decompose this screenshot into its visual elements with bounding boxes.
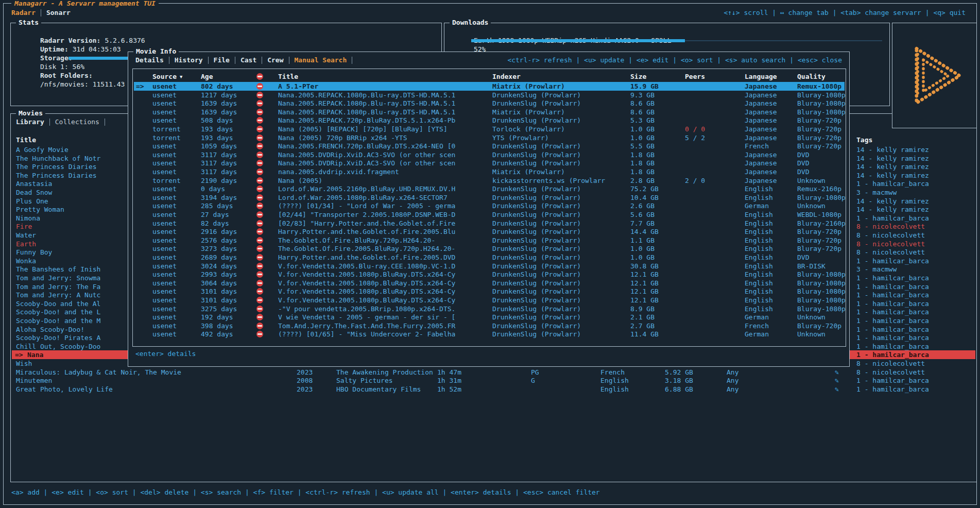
movie-list-row[interactable]: Great Photo, Lovely Life 2023 HBO Docume… [12, 385, 975, 394]
tab-file[interactable]: File [214, 56, 230, 64]
result-indexer: kickasstorrents.ws (Prowlarr [492, 176, 605, 185]
result-age: 1639 days [201, 99, 237, 108]
result-title: Nana.2005.REPACK.1080p.Blu-ray.DTS-HD.MA… [278, 99, 455, 108]
search-result-row[interactable]: usenet 2993 days V.for.Vendetta.2005.108… [134, 270, 845, 279]
rejection-cell [256, 125, 265, 133]
movie-title: The Princess Diaries [16, 162, 97, 171]
result-indexer: YTS (Prowlarr) [492, 133, 549, 142]
result-age: 2916 days [201, 227, 237, 236]
search-result-row[interactable]: usenet 1217 days Nana.2005.REPACK.1080p.… [134, 91, 845, 99]
search-result-row[interactable]: usenet 2689 days Harry.Potter.and.the.Go… [134, 253, 845, 262]
tab-divider [289, 57, 289, 64]
search-result-row[interactable]: torrent 193 days Nana (2005) [REPACK] [7… [134, 125, 845, 133]
result-title: Harry.Potter.and.the.Goblet.of.Fire.2005… [278, 227, 455, 236]
search-result-row[interactable]: usenet 1059 days Nana.2005.FRENCH.720p.B… [134, 142, 845, 150]
search-result-row[interactable]: usenet 3273 days The.Goblet.Of.Fire.2005… [134, 244, 845, 253]
search-result-row[interactable]: usenet 398 days Tom.And.Jerry.The.Fast.A… [134, 321, 845, 330]
result-title: Nana.2005.DVDRip.XviD.AC3-SVO (or other … [278, 159, 455, 167]
tab-history[interactable]: History [175, 56, 203, 64]
result-quality: DVD [797, 159, 809, 167]
result-indexer: DrunkenSlug (Prowlarr) [492, 227, 581, 236]
result-indexer: DrunkenSlug (Prowlarr) [492, 304, 581, 313]
result-language: English [745, 236, 773, 245]
result-language: English [745, 262, 773, 270]
search-result-row[interactable]: usenet 192 days V wie Vendetta - 2005 - … [134, 313, 845, 321]
movie-title: Minutemen [16, 376, 52, 385]
search-results-table: Source▼ Age Title Indexer Size Peers Lan… [132, 69, 846, 347]
result-quality: Bluray-1080p [797, 304, 846, 313]
search-result-row[interactable]: usenet 3101 days V.for.Vendetta.2005.108… [134, 287, 845, 296]
search-result-row[interactable]: usenet 3194 days Lord.of.War.2005.1080p.… [134, 193, 845, 202]
rejection-cell [256, 253, 265, 262]
movie-list-row[interactable]: Minutemen 2008 Salty Pictures 1h 31m G E… [12, 376, 975, 385]
movie-title: Pretty Woman [16, 205, 64, 214]
search-result-row[interactable]: usenet 492 days (????) [01/65] - "Miss U… [134, 330, 845, 338]
tab-manual-search[interactable]: Manual Search [295, 56, 347, 64]
result-age: 2993 days [201, 270, 237, 279]
rejection-icon [256, 83, 263, 90]
search-result-row[interactable]: torrent 2190 days Nana (2005) kickasstor… [134, 176, 845, 185]
result-indexer: Torlock (Prowlarr) [492, 125, 565, 133]
search-result-row[interactable]: => usenet 802 days A 5.1-PTer Miatrix (P… [134, 82, 845, 91]
movie-title: Chill Out, Scooby-Doo [16, 342, 100, 351]
monitored-icon: ✎ [835, 385, 839, 394]
movie-tag: 8 - nicolecolvett [856, 231, 925, 240]
result-size: 10.4 GB [630, 193, 659, 202]
movie-tag: 8 - nicolecolvett [856, 368, 925, 377]
rejection-cell [256, 227, 265, 236]
search-result-row[interactable]: usenet 3101 days V.for.Vendetta.2005.108… [134, 296, 845, 304]
result-size: 5.5 GB [630, 142, 655, 150]
search-results-rows: => usenet 802 days A 5.1-PTer Miatrix (P… [133, 69, 846, 346]
result-language: English [745, 184, 773, 193]
movie-title: Dead Snow [16, 188, 52, 197]
search-result-row[interactable]: usenet 2916 days Harry.Potter.and.the.Go… [134, 227, 845, 236]
rejection-icon [256, 323, 263, 329]
result-age: 0 days [201, 184, 225, 193]
search-result-row[interactable]: usenet 285 days (????) [01/34] - "Lord o… [134, 201, 845, 210]
search-result-row[interactable]: usenet 3275 days -"V pour vendetta.2005.… [134, 304, 845, 313]
tab-crew[interactable]: Crew [267, 56, 283, 64]
search-result-row[interactable]: usenet 2576 days The.Goblet.Of.Fire.BluR… [134, 236, 845, 245]
result-size: 1.0 GB [630, 133, 655, 142]
result-indexer: DrunkenSlug (Prowlarr) [492, 91, 581, 99]
movie-tag: 1 - hamilcar_barca [856, 325, 929, 334]
result-source: usenet [152, 184, 177, 193]
search-result-row[interactable]: usenet 3024 days V.for.Vendetta.2005.Blu… [134, 262, 845, 270]
movie-tag: 3 - macmww [856, 188, 897, 197]
search-result-row[interactable]: usenet 1639 days Nana.2005.REPACK.1080p.… [134, 99, 845, 108]
movie-tag: 1 - hamilcar_barca [856, 308, 929, 316]
search-result-row[interactable]: usenet 0 days Lord.of.War.2005.2160p.Blu… [134, 184, 845, 193]
servarr-tab-radarr[interactable]: Radarr [11, 9, 36, 16]
result-title: Lord.of.War.2005.1080p.BluRay.x264-SECTO… [278, 193, 448, 202]
result-source: usenet [152, 201, 177, 210]
servarr-tab-sonarr[interactable]: Sonarr [46, 9, 71, 16]
result-source: usenet [152, 296, 177, 304]
search-result-row[interactable]: usenet 27 days [02/44] "Transporter 2.20… [134, 210, 845, 219]
result-quality: Bluray-1080p [797, 91, 846, 99]
rejection-cell [256, 167, 265, 176]
movie-year: 2008 [297, 376, 313, 385]
search-result-row[interactable]: usenet 508 days Nana.2005.REPACK.720p.Bl… [134, 116, 845, 125]
search-result-row[interactable]: usenet 3117 days nana.2005.dvdrip.xvid.f… [134, 167, 845, 176]
search-result-row[interactable]: usenet 1639 days Nana.2005.REPACK.1080p.… [134, 108, 845, 116]
rejection-icon [256, 117, 263, 124]
result-size: 11.4 GB [630, 330, 659, 338]
search-result-row[interactable]: usenet 82 days [02/83] "Harry.Potter.and… [134, 219, 845, 228]
search-result-row[interactable]: usenet 3117 days Nana.2005.DVDRip.XviD.A… [134, 150, 845, 159]
tab-cast[interactable]: Cast [240, 56, 256, 64]
result-indexer: DrunkenSlug (Prowlarr) [492, 253, 581, 262]
tab-details[interactable]: Details [135, 56, 164, 64]
search-result-row[interactable]: usenet 3064 days V.for.Vendetta.2005.108… [134, 279, 845, 287]
movie-title: Tom and Jerry: A Nutc [16, 291, 100, 299]
result-quality: Unknown [797, 176, 826, 185]
search-result-row[interactable]: usenet 3117 days Nana.2005.DVDRip.XviD.A… [134, 159, 845, 167]
tab-divider [352, 57, 352, 64]
result-quality: Unknown [797, 313, 826, 321]
movie-tag: 1 - hamilcar_barca [856, 274, 929, 282]
result-indexer: DrunkenSlug (Prowlarr) [492, 287, 581, 296]
movie-list-row[interactable]: Miraculous: Ladybug & Cat Noir, The Movi… [12, 368, 975, 377]
search-result-row[interactable]: torrent 193 days Nana (2005) 720p BRRip … [134, 133, 845, 142]
result-indexer: DrunkenSlug (Prowlarr) [492, 184, 581, 193]
result-size: 2.7 GB [630, 321, 655, 330]
result-source: torrent [152, 133, 181, 142]
